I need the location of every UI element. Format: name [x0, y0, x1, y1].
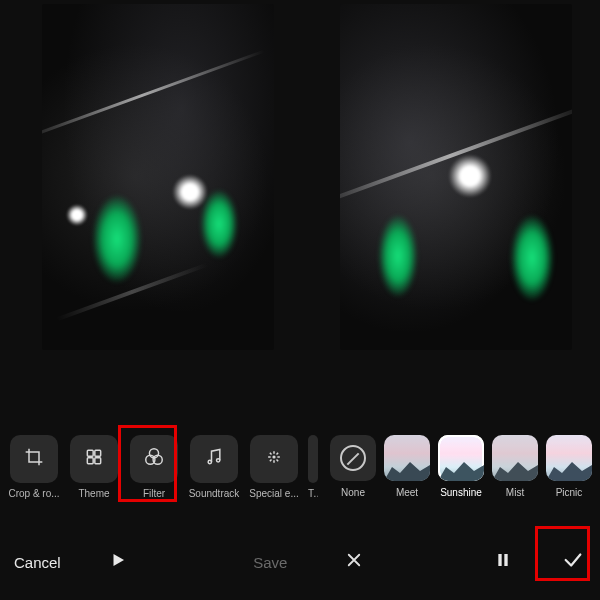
svg-marker-11: [438, 462, 484, 481]
tool-label: T...: [308, 489, 318, 499]
svg-rect-2: [87, 458, 93, 464]
editor-toolbar: Crop & ro... Theme Filter: [0, 430, 600, 504]
clip-preview[interactable]: [340, 4, 572, 350]
cancel-button[interactable]: Cancel: [14, 554, 61, 571]
svg-rect-1: [95, 450, 101, 456]
preview-area: [0, 4, 600, 364]
svg-marker-12: [492, 462, 538, 481]
svg-marker-13: [546, 462, 592, 481]
bottom-bar: Cancel Save: [0, 534, 600, 590]
svg-point-7: [208, 460, 211, 463]
play-icon: [109, 551, 127, 573]
none-icon: [340, 445, 366, 471]
tool-cutoff[interactable]: T...: [308, 435, 318, 499]
filter-picnic[interactable]: Picnic: [546, 435, 592, 499]
filter-sunshine[interactable]: Sunshine: [438, 435, 484, 499]
filter-label: Picnic: [556, 487, 583, 498]
close-button[interactable]: [341, 549, 367, 575]
svg-rect-17: [504, 554, 507, 566]
filter-label: Meet: [396, 487, 418, 498]
play-button[interactable]: [105, 549, 131, 575]
tool-label: Special e...: [248, 489, 300, 499]
filter-none[interactable]: None: [330, 435, 376, 499]
filter-label: Sunshine: [440, 487, 482, 498]
crop-icon: [24, 447, 44, 471]
svg-point-9: [273, 456, 275, 458]
theme-button[interactable]: Theme: [68, 435, 120, 499]
filter-label: None: [341, 487, 365, 498]
music-icon: [204, 447, 224, 471]
filter-meet[interactable]: Meet: [384, 435, 430, 499]
close-icon: [345, 551, 363, 573]
sparkle-icon: [264, 447, 284, 471]
pause-button[interactable]: [490, 549, 516, 575]
svg-rect-3: [95, 458, 101, 464]
theme-icon: [84, 447, 104, 471]
tool-label: Soundtrack: [188, 489, 240, 499]
tool-label: Filter: [128, 489, 180, 499]
filter-icon: [143, 446, 165, 472]
pause-icon: [495, 551, 511, 573]
confirm-button[interactable]: [560, 549, 586, 575]
tool-label: Theme: [68, 489, 120, 499]
crop-rotate-button[interactable]: Crop & ro...: [8, 435, 60, 499]
soundtrack-button[interactable]: Soundtrack: [188, 435, 240, 499]
tool-label: Crop & ro...: [8, 489, 60, 499]
svg-point-8: [217, 459, 220, 462]
clip-preview[interactable]: [42, 4, 274, 350]
special-effects-button[interactable]: Special e...: [248, 435, 300, 499]
filter-button[interactable]: Filter: [128, 435, 180, 499]
svg-marker-15: [113, 554, 124, 566]
filter-label: Mist: [506, 487, 524, 498]
save-button[interactable]: Save: [253, 554, 287, 571]
svg-rect-16: [498, 554, 501, 566]
svg-rect-0: [87, 450, 93, 456]
svg-marker-10: [384, 462, 430, 481]
check-icon: [562, 549, 584, 575]
filter-mist[interactable]: Mist: [492, 435, 538, 499]
